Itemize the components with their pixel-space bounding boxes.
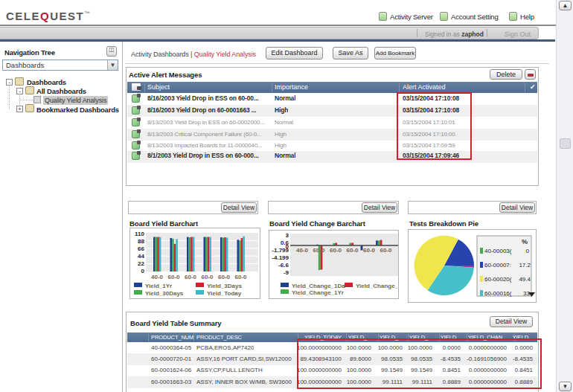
svg-text:49.4: 49.4 [519, 276, 531, 283]
svg-text:60-0: 60-0 [167, 274, 180, 280]
svg-text:60-0: 60-0 [330, 247, 342, 254]
svg-text:60-0: 60-0 [185, 274, 197, 280]
svg-text:Yield_Change_1Yr: Yield_Change_1Yr [292, 289, 344, 296]
svg-text:40-00003(: 40-00003( [484, 248, 512, 254]
svg-text:44: 44 [138, 253, 144, 260]
svg-text:-6.6: -6.6 [278, 262, 289, 269]
svg-text:Yield_1Yr: Yield_1Yr [145, 283, 172, 289]
svg-text:60-0: 60-0 [201, 274, 214, 280]
svg-text:88: 88 [138, 238, 144, 245]
svg-text:60-0: 60-0 [234, 274, 247, 280]
svg-text:60-0: 60-0 [313, 247, 325, 254]
svg-text:Yield_30Days: Yield_30Days [145, 290, 184, 297]
svg-text:22: 22 [138, 260, 144, 267]
svg-text:60-00020(: 60-00020( [484, 276, 512, 283]
svg-text:60-0: 60-0 [218, 274, 231, 280]
svg-text:Yield_3Days: Yield_3Days [207, 283, 242, 289]
svg-text:Yield_Change_1Da: Yield_Change_1Da [292, 283, 345, 289]
svg-text:-9: -9 [284, 269, 289, 276]
svg-text:Yield_Change_3: Yield_Change_3 [356, 283, 398, 289]
svg-text:60-00016(: 60-00016( [484, 290, 512, 297]
svg-text:0: 0 [141, 268, 145, 274]
svg-text:0: 0 [286, 243, 289, 250]
svg-text:40-0: 40-0 [151, 274, 164, 280]
svg-text:-4.199: -4.199 [272, 254, 289, 261]
svg-text:3: 3 [286, 232, 289, 239]
svg-text:40-0: 40-0 [296, 247, 309, 254]
svg-text:60-00007:: 60-00007: [484, 262, 511, 269]
svg-text:%: % [522, 238, 528, 245]
svg-text:Yield_Today: Yield_Today [207, 290, 242, 297]
svg-text:0: 0 [526, 248, 530, 254]
svg-text:60-0: 60-0 [363, 247, 376, 254]
svg-text:66: 66 [138, 245, 144, 252]
svg-text:17.2: 17.2 [519, 262, 531, 269]
svg-text:60-0: 60-0 [346, 247, 359, 254]
svg-text:110: 110 [135, 231, 144, 237]
svg-text:60-0: 60-0 [380, 247, 392, 254]
